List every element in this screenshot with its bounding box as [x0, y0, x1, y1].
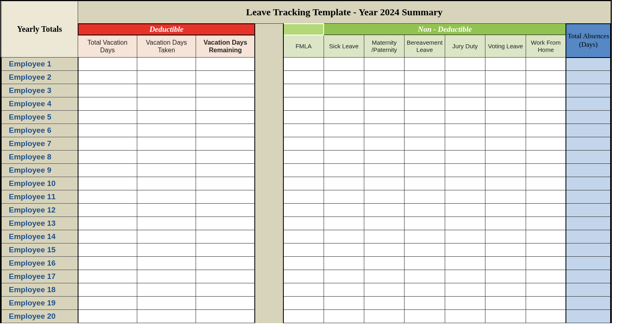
- cell-deductible[interactable]: [137, 124, 196, 137]
- cell-deductible[interactable]: [196, 71, 255, 84]
- cell-nondeductible[interactable]: [283, 297, 324, 310]
- cell-nondeductible[interactable]: [324, 283, 364, 297]
- cell-nondeductible[interactable]: [324, 257, 364, 270]
- cell-nondeductible[interactable]: [485, 58, 526, 71]
- cell-nondeductible[interactable]: [526, 283, 566, 297]
- cell-total-absences[interactable]: [566, 177, 611, 190]
- cell-deductible[interactable]: [78, 230, 137, 243]
- cell-nondeductible[interactable]: [364, 58, 404, 71]
- cell-nondeductible[interactable]: [445, 84, 485, 97]
- cell-nondeductible[interactable]: [445, 217, 485, 230]
- cell-deductible[interactable]: [196, 84, 255, 97]
- cell-nondeductible[interactable]: [526, 257, 566, 270]
- cell-total-absences[interactable]: [566, 58, 611, 71]
- cell-total-absences[interactable]: [566, 84, 611, 97]
- cell-deductible[interactable]: [137, 177, 196, 190]
- cell-nondeductible[interactable]: [445, 177, 485, 190]
- cell-nondeductible[interactable]: [526, 164, 566, 177]
- cell-deductible[interactable]: [196, 177, 255, 190]
- cell-nondeductible[interactable]: [526, 297, 566, 310]
- cell-nondeductible[interactable]: [526, 190, 566, 204]
- cell-nondeductible[interactable]: [364, 230, 404, 243]
- cell-total-absences[interactable]: [566, 204, 611, 217]
- cell-nondeductible[interactable]: [445, 230, 485, 243]
- cell-total-absences[interactable]: [566, 164, 611, 177]
- cell-deductible[interactable]: [78, 243, 137, 257]
- cell-nondeductible[interactable]: [526, 204, 566, 217]
- cell-deductible[interactable]: [137, 297, 196, 310]
- cell-nondeductible[interactable]: [364, 297, 404, 310]
- cell-deductible[interactable]: [137, 137, 196, 151]
- cell-nondeductible[interactable]: [364, 217, 404, 230]
- cell-nondeductible[interactable]: [526, 97, 566, 111]
- cell-deductible[interactable]: [137, 283, 196, 297]
- cell-nondeductible[interactable]: [283, 177, 324, 190]
- cell-total-absences[interactable]: [566, 283, 611, 297]
- cell-deductible[interactable]: [137, 310, 196, 323]
- cell-total-absences[interactable]: [566, 124, 611, 137]
- cell-nondeductible[interactable]: [283, 283, 324, 297]
- cell-nondeductible[interactable]: [283, 270, 324, 283]
- cell-deductible[interactable]: [137, 97, 196, 111]
- cell-nondeductible[interactable]: [405, 84, 445, 97]
- cell-deductible[interactable]: [137, 84, 196, 97]
- cell-nondeductible[interactable]: [485, 71, 526, 84]
- cell-nondeductible[interactable]: [526, 217, 566, 230]
- cell-deductible[interactable]: [78, 71, 137, 84]
- cell-nondeductible[interactable]: [445, 58, 485, 71]
- cell-deductible[interactable]: [137, 270, 196, 283]
- cell-deductible[interactable]: [78, 177, 137, 190]
- cell-nondeductible[interactable]: [526, 137, 566, 151]
- cell-nondeductible[interactable]: [364, 190, 404, 204]
- cell-nondeductible[interactable]: [485, 190, 526, 204]
- cell-nondeductible[interactable]: [445, 151, 485, 164]
- cell-nondeductible[interactable]: [405, 111, 445, 124]
- cell-nondeductible[interactable]: [405, 190, 445, 204]
- cell-deductible[interactable]: [196, 164, 255, 177]
- cell-nondeductible[interactable]: [485, 164, 526, 177]
- cell-total-absences[interactable]: [566, 230, 611, 243]
- cell-nondeductible[interactable]: [485, 124, 526, 137]
- cell-nondeductible[interactable]: [324, 124, 364, 137]
- cell-nondeductible[interactable]: [526, 177, 566, 190]
- cell-deductible[interactable]: [137, 204, 196, 217]
- cell-deductible[interactable]: [78, 137, 137, 151]
- cell-total-absences[interactable]: [566, 217, 611, 230]
- cell-nondeductible[interactable]: [364, 124, 404, 137]
- cell-nondeductible[interactable]: [526, 243, 566, 257]
- cell-nondeductible[interactable]: [283, 84, 324, 97]
- cell-nondeductible[interactable]: [526, 230, 566, 243]
- cell-deductible[interactable]: [78, 204, 137, 217]
- cell-nondeductible[interactable]: [283, 310, 324, 323]
- cell-nondeductible[interactable]: [485, 111, 526, 124]
- cell-nondeductible[interactable]: [526, 310, 566, 323]
- cell-nondeductible[interactable]: [485, 204, 526, 217]
- cell-deductible[interactable]: [196, 217, 255, 230]
- cell-nondeductible[interactable]: [445, 137, 485, 151]
- cell-nondeductible[interactable]: [445, 71, 485, 84]
- cell-nondeductible[interactable]: [283, 204, 324, 217]
- cell-nondeductible[interactable]: [526, 124, 566, 137]
- cell-nondeductible[interactable]: [324, 164, 364, 177]
- cell-nondeductible[interactable]: [405, 164, 445, 177]
- cell-nondeductible[interactable]: [324, 84, 364, 97]
- cell-nondeductible[interactable]: [405, 97, 445, 111]
- cell-nondeductible[interactable]: [485, 177, 526, 190]
- cell-total-absences[interactable]: [566, 151, 611, 164]
- cell-nondeductible[interactable]: [485, 310, 526, 323]
- cell-nondeductible[interactable]: [526, 84, 566, 97]
- cell-nondeductible[interactable]: [405, 204, 445, 217]
- cell-deductible[interactable]: [137, 243, 196, 257]
- cell-nondeductible[interactable]: [364, 97, 404, 111]
- cell-nondeductible[interactable]: [364, 270, 404, 283]
- cell-nondeductible[interactable]: [526, 111, 566, 124]
- cell-nondeductible[interactable]: [283, 243, 324, 257]
- cell-nondeductible[interactable]: [445, 243, 485, 257]
- cell-deductible[interactable]: [196, 204, 255, 217]
- cell-deductible[interactable]: [196, 124, 255, 137]
- nondeductible-blank-cell[interactable]: [283, 24, 324, 35]
- cell-nondeductible[interactable]: [445, 97, 485, 111]
- cell-deductible[interactable]: [137, 164, 196, 177]
- cell-deductible[interactable]: [78, 270, 137, 283]
- cell-deductible[interactable]: [78, 297, 137, 310]
